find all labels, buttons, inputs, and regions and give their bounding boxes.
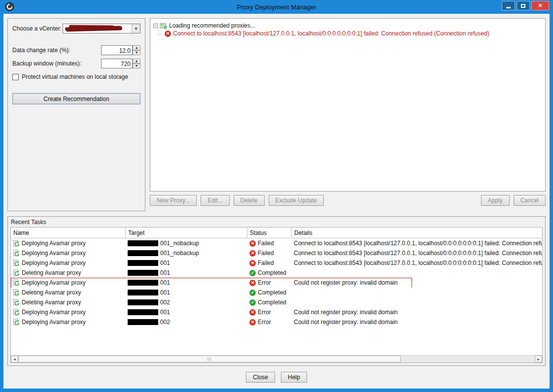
- app-icon: [5, 2, 15, 12]
- column-header-target[interactable]: Target: [126, 228, 247, 238]
- error-icon: ✕: [165, 31, 171, 37]
- vcenter-label: Choose a vCenter:: [12, 25, 62, 32]
- create-recommendation-button[interactable]: Create Recommendation: [12, 93, 140, 104]
- task-row[interactable]: Deleting Avamar proxy002✓Completed: [11, 297, 542, 307]
- task-row[interactable]: Deploying Avamar proxy002✕ErrorCould not…: [11, 317, 542, 327]
- backup-window-label: Backup window (minutes):: [12, 60, 81, 67]
- backup-window-spinner: 720 ▲ ▼: [101, 59, 140, 68]
- spin-down-icon[interactable]: ▼: [133, 64, 140, 68]
- redaction-bar: [128, 309, 158, 315]
- redaction-scribble: [65, 26, 122, 32]
- horizontal-scrollbar[interactable]: ◄ ||| ►: [11, 355, 542, 362]
- recent-tasks-table: Name Target Status Details Deploying Ava…: [10, 227, 543, 363]
- proxy-toolbar: New Proxy... Edit... Delete Exclude Upda…: [150, 195, 546, 206]
- apply-button[interactable]: Apply: [481, 195, 510, 206]
- close-button[interactable]: ✕: [531, 1, 549, 10]
- delete-button[interactable]: Delete: [234, 195, 265, 206]
- dialog-footer: Close Help: [3, 366, 550, 389]
- task-row[interactable]: Deleting Avamar proxy001✓Completed: [11, 288, 542, 297]
- proxy-tree: − Loading recommended proxies...: [150, 18, 546, 192]
- close-dialog-button[interactable]: Close: [246, 372, 275, 383]
- task-row[interactable]: Deploying Avamar proxy001✕ErrorCould not…: [11, 307, 542, 317]
- exclude-update-button[interactable]: Exclude Update: [269, 195, 324, 206]
- scroll-left-icon[interactable]: ◄: [11, 356, 18, 362]
- minimize-button[interactable]: [502, 1, 515, 10]
- status-error-icon: ✕: [249, 309, 256, 316]
- status-completed-icon: ✓: [249, 299, 256, 306]
- data-change-rate-spinner: 12.0 ▲ ▼: [101, 45, 140, 55]
- recent-tasks-panel: Recent Tasks Name Target Status Details …: [7, 216, 546, 366]
- task-row[interactable]: Deleting Avamar proxy001✓Completed: [11, 268, 542, 278]
- maximize-button[interactable]: [517, 1, 530, 10]
- redaction-bar: [128, 240, 158, 246]
- window-content: Choose a vCenter: ▼ Data change rate (%)…: [3, 14, 550, 389]
- task-icon: [13, 299, 20, 306]
- proxy-deployment-manager-window: Proxy Deployment Manager ✕ Choose a vCen…: [0, 0, 553, 392]
- edit-button[interactable]: Edit...: [201, 195, 230, 206]
- task-icon: [13, 250, 20, 257]
- redaction-bar: [128, 319, 158, 325]
- config-panel: Choose a vCenter: ▼ Data change rate (%)…: [7, 18, 145, 211]
- window-controls: ✕: [502, 1, 549, 10]
- redaction-bar: [128, 260, 158, 266]
- top-section: Choose a vCenter: ▼ Data change rate (%)…: [3, 14, 550, 211]
- column-header-status[interactable]: Status: [247, 228, 292, 238]
- task-icon: [13, 240, 20, 247]
- scrollbar-grip-icon: |||: [207, 356, 211, 362]
- status-completed-icon: ✓: [249, 290, 256, 296]
- data-change-rate-label: Data change rate (%):: [12, 47, 70, 54]
- window-title: Proxy Deployment Manager: [3, 3, 550, 11]
- combo-dropdown-icon[interactable]: ▼: [132, 24, 140, 33]
- task-row[interactable]: Deploying Avamar proxy001_nobackup✕Faile…: [11, 248, 542, 258]
- redaction-bar: [128, 290, 158, 295]
- new-proxy-button[interactable]: New Proxy...: [150, 195, 197, 206]
- cancel-button[interactable]: Cancel: [514, 195, 546, 206]
- maximize-icon: [521, 4, 525, 8]
- tree-collapse-icon[interactable]: −: [153, 24, 158, 28]
- tree-root-label[interactable]: Loading recommended proxies...: [169, 22, 255, 29]
- task-icon: [13, 269, 20, 276]
- spin-up-icon[interactable]: ▲: [133, 59, 140, 64]
- column-header-details[interactable]: Details: [292, 228, 542, 238]
- status-completed-icon: ✓: [249, 270, 256, 276]
- task-row[interactable]: Deploying Avamar proxy001_nobackup✕Faile…: [11, 238, 542, 248]
- column-header-name[interactable]: Name: [11, 228, 126, 238]
- redaction-bar: [128, 250, 158, 256]
- spin-down-icon[interactable]: ▼: [133, 50, 140, 55]
- titlebar: Proxy Deployment Manager ✕: [3, 0, 550, 14]
- scroll-right-icon[interactable]: ►: [535, 356, 542, 362]
- task-row[interactable]: Deploying Avamar proxy001✕FailedConnect …: [11, 258, 542, 268]
- tree-error-label: Connect to localhost:8543 [localhost/127…: [173, 30, 489, 37]
- proxy-area: − Loading recommended proxies...: [150, 18, 546, 211]
- minimize-icon: [506, 7, 511, 8]
- status-error-icon: ✕: [249, 280, 256, 286]
- task-icon: [13, 289, 20, 296]
- scrollbar-thumb[interactable]: |||: [18, 356, 401, 362]
- spin-up-icon[interactable]: ▲: [133, 45, 140, 50]
- task-rows: Deploying Avamar proxy001_nobackup✕Faile…: [11, 238, 542, 362]
- task-icon: [13, 319, 20, 326]
- vcenter-combobox[interactable]: ▼: [63, 24, 140, 33]
- protect-checkbox-label: Protect virtual machines on local storag…: [22, 73, 128, 80]
- task-icon: [13, 260, 20, 266]
- redaction-bar: [128, 299, 158, 305]
- backup-window-input[interactable]: 720: [101, 59, 133, 68]
- redaction-bar: [128, 280, 158, 286]
- tree-root-node[interactable]: − Loading recommended proxies...: [153, 22, 542, 30]
- status-failed-icon: ✕: [249, 240, 256, 247]
- status-failed-icon: ✕: [249, 260, 256, 266]
- status-failed-icon: ✕: [249, 250, 256, 257]
- status-error-icon: ✕: [249, 319, 256, 326]
- recent-tasks-title: Recent Tasks: [8, 217, 545, 227]
- task-icon: [13, 279, 20, 286]
- tree-connector: [158, 28, 163, 35]
- data-change-rate-input[interactable]: 12.0: [101, 45, 133, 55]
- task-icon: [13, 309, 20, 316]
- redaction-bar: [128, 270, 158, 276]
- task-row[interactable]: Deploying Avamar proxy001✕ErrorCould not…: [11, 278, 542, 288]
- protect-checkbox[interactable]: [12, 74, 19, 80]
- table-header: Name Target Status Details: [11, 228, 542, 238]
- close-icon: ✕: [538, 3, 542, 8]
- help-button[interactable]: Help: [281, 372, 307, 383]
- tree-error-node[interactable]: ✕ Connect to localhost:8543 [localhost/1…: [158, 30, 542, 37]
